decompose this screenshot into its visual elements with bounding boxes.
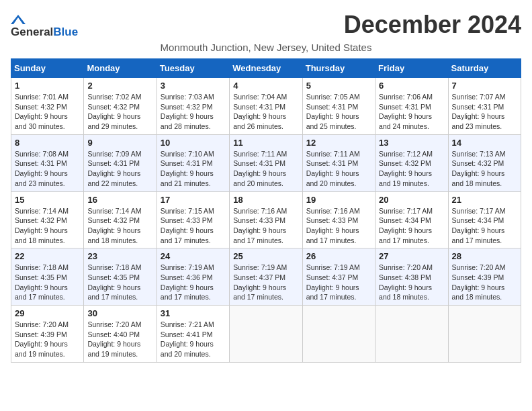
day-number: 1 (15, 81, 80, 91)
calendar-day-cell: 6 Sunrise: 7:06 AMSunset: 4:31 PMDayligh… (375, 78, 448, 135)
day-number: 22 (15, 251, 80, 261)
calendar-day-cell: 18 Sunrise: 7:16 AMSunset: 4:33 PMDaylig… (230, 191, 302, 248)
calendar-day-cell: 11 Sunrise: 7:11 AMSunset: 4:31 PMDaylig… (230, 134, 302, 191)
calendar-day-cell: 5 Sunrise: 7:05 AMSunset: 4:31 PMDayligh… (302, 78, 375, 135)
day-number: 2 (87, 81, 152, 91)
calendar-day-cell: 17 Sunrise: 7:15 AMSunset: 4:33 PMDaylig… (157, 191, 229, 248)
day-number: 11 (233, 138, 298, 148)
calendar-weekday-header: Thursday (302, 59, 375, 78)
day-detail: Sunrise: 7:15 AMSunset: 4:33 PMDaylight:… (161, 207, 214, 244)
logo-icon (11, 13, 26, 26)
calendar-weekday-header: Friday (375, 59, 448, 78)
day-number: 18 (233, 195, 298, 205)
calendar-day-cell: 7 Sunrise: 7:07 AMSunset: 4:31 PMDayligh… (448, 78, 521, 135)
day-number: 27 (379, 251, 444, 261)
day-number: 21 (452, 195, 517, 205)
calendar-header-row: SundayMondayTuesdayWednesdayThursdayFrid… (11, 59, 521, 78)
day-number: 28 (452, 251, 517, 261)
day-detail: Sunrise: 7:08 AMSunset: 4:31 PMDaylight:… (15, 150, 69, 187)
calendar-day-cell: 24 Sunrise: 7:19 AMSunset: 4:36 PMDaylig… (157, 248, 229, 306)
subtitle: Monmouth Junction, New Jersey, United St… (11, 42, 521, 53)
calendar-day-cell: 26 Sunrise: 7:19 AMSunset: 4:37 PMDaylig… (302, 248, 375, 306)
calendar-day-cell: 8 Sunrise: 7:08 AMSunset: 4:31 PMDayligh… (11, 134, 84, 191)
day-detail: Sunrise: 7:03 AMSunset: 4:32 PMDaylight:… (161, 93, 214, 130)
day-number: 10 (161, 138, 226, 148)
day-number: 29 (15, 308, 80, 318)
day-detail: Sunrise: 7:17 AMSunset: 4:34 PMDaylight:… (452, 207, 506, 244)
day-detail: Sunrise: 7:18 AMSunset: 4:35 PMDaylight:… (15, 263, 69, 301)
calendar-day-cell: 19 Sunrise: 7:16 AMSunset: 4:33 PMDaylig… (302, 191, 375, 248)
calendar-day-cell: 21 Sunrise: 7:17 AMSunset: 4:34 PMDaylig… (448, 191, 521, 248)
day-detail: Sunrise: 7:05 AMSunset: 4:31 PMDaylight:… (306, 93, 360, 130)
calendar-day-cell: 28 Sunrise: 7:20 AMSunset: 4:39 PMDaylig… (448, 248, 521, 306)
day-detail: Sunrise: 7:20 AMSunset: 4:39 PMDaylight:… (452, 263, 506, 301)
day-detail: Sunrise: 7:14 AMSunset: 4:32 PMDaylight:… (15, 207, 69, 244)
calendar-day-cell: 16 Sunrise: 7:14 AMSunset: 4:32 PMDaylig… (84, 191, 157, 248)
day-detail: Sunrise: 7:18 AMSunset: 4:35 PMDaylight:… (87, 263, 141, 301)
day-number: 3 (161, 81, 226, 91)
day-number: 16 (87, 195, 152, 205)
logo-general: General (11, 26, 53, 39)
day-number: 7 (452, 81, 517, 91)
calendar-day-cell: 9 Sunrise: 7:09 AMSunset: 4:31 PMDayligh… (84, 134, 157, 191)
day-number: 8 (15, 138, 80, 148)
day-number: 13 (379, 138, 444, 148)
day-number: 19 (306, 195, 371, 205)
calendar-day-cell: 4 Sunrise: 7:04 AMSunset: 4:31 PMDayligh… (230, 78, 302, 135)
calendar-day-cell: 14 Sunrise: 7:13 AMSunset: 4:32 PMDaylig… (448, 134, 521, 191)
day-detail: Sunrise: 7:19 AMSunset: 4:36 PMDaylight:… (161, 263, 214, 301)
calendar-day-cell: 10 Sunrise: 7:10 AMSunset: 4:31 PMDaylig… (157, 134, 229, 191)
day-number: 23 (87, 251, 152, 261)
day-number: 26 (306, 251, 371, 261)
calendar-day-cell: 15 Sunrise: 7:14 AMSunset: 4:32 PMDaylig… (11, 191, 84, 248)
day-detail: Sunrise: 7:16 AMSunset: 4:33 PMDaylight:… (233, 207, 287, 244)
day-detail: Sunrise: 7:13 AMSunset: 4:32 PMDaylight:… (452, 150, 506, 187)
day-detail: Sunrise: 7:16 AMSunset: 4:33 PMDaylight:… (306, 207, 360, 244)
day-number: 17 (161, 195, 226, 205)
calendar-day-cell (302, 306, 375, 363)
day-detail: Sunrise: 7:01 AMSunset: 4:32 PMDaylight:… (15, 93, 69, 130)
calendar-day-cell: 29 Sunrise: 7:20 AMSunset: 4:39 PMDaylig… (11, 306, 84, 363)
calendar-day-cell (448, 306, 521, 363)
calendar-day-cell: 31 Sunrise: 7:21 AMSunset: 4:41 PMDaylig… (157, 306, 229, 363)
day-detail: Sunrise: 7:12 AMSunset: 4:32 PMDaylight:… (379, 150, 433, 187)
calendar-week-row: 15 Sunrise: 7:14 AMSunset: 4:32 PMDaylig… (11, 191, 521, 248)
day-number: 31 (161, 308, 226, 318)
calendar-weekday-header: Monday (84, 59, 157, 78)
day-number: 24 (161, 251, 226, 261)
calendar-day-cell: 3 Sunrise: 7:03 AMSunset: 4:32 PMDayligh… (157, 78, 229, 135)
day-number: 12 (306, 138, 371, 148)
calendar-day-cell (230, 306, 302, 363)
day-number: 15 (15, 195, 80, 205)
calendar-day-cell: 12 Sunrise: 7:11 AMSunset: 4:31 PMDaylig… (302, 134, 375, 191)
day-detail: Sunrise: 7:21 AMSunset: 4:41 PMDaylight:… (161, 320, 214, 358)
day-detail: Sunrise: 7:20 AMSunset: 4:40 PMDaylight:… (87, 320, 141, 358)
day-number: 25 (233, 251, 298, 261)
calendar-day-cell: 23 Sunrise: 7:18 AMSunset: 4:35 PMDaylig… (84, 248, 157, 306)
calendar-body: 1 Sunrise: 7:01 AMSunset: 4:32 PMDayligh… (11, 78, 521, 363)
day-detail: Sunrise: 7:04 AMSunset: 4:31 PMDaylight:… (233, 93, 287, 130)
day-detail: Sunrise: 7:02 AMSunset: 4:32 PMDaylight:… (87, 93, 141, 130)
calendar-day-cell (375, 306, 448, 363)
day-number: 20 (379, 195, 444, 205)
day-number: 30 (87, 308, 152, 318)
calendar-day-cell: 22 Sunrise: 7:18 AMSunset: 4:35 PMDaylig… (11, 248, 84, 306)
calendar-day-cell: 2 Sunrise: 7:02 AMSunset: 4:32 PMDayligh… (84, 78, 157, 135)
calendar-day-cell: 27 Sunrise: 7:20 AMSunset: 4:38 PMDaylig… (375, 248, 448, 306)
calendar-weekday-header: Wednesday (230, 59, 302, 78)
day-detail: Sunrise: 7:09 AMSunset: 4:31 PMDaylight:… (87, 150, 141, 187)
day-number: 9 (87, 138, 152, 148)
day-detail: Sunrise: 7:06 AMSunset: 4:31 PMDaylight:… (379, 93, 433, 130)
calendar-weekday-header: Tuesday (157, 59, 229, 78)
day-number: 14 (452, 138, 517, 148)
day-detail: Sunrise: 7:20 AMSunset: 4:38 PMDaylight:… (379, 263, 433, 301)
calendar-day-cell: 20 Sunrise: 7:17 AMSunset: 4:34 PMDaylig… (375, 191, 448, 248)
day-detail: Sunrise: 7:19 AMSunset: 4:37 PMDaylight:… (306, 263, 360, 301)
day-detail: Sunrise: 7:11 AMSunset: 4:31 PMDaylight:… (306, 150, 360, 187)
day-detail: Sunrise: 7:20 AMSunset: 4:39 PMDaylight:… (15, 320, 69, 358)
calendar-weekday-header: Sunday (11, 59, 84, 78)
day-detail: Sunrise: 7:10 AMSunset: 4:31 PMDaylight:… (161, 150, 214, 187)
logo: General Blue (11, 13, 78, 39)
calendar-table: SundayMondayTuesdayWednesdayThursdayFrid… (11, 58, 521, 363)
calendar-week-row: 1 Sunrise: 7:01 AMSunset: 4:32 PMDayligh… (11, 78, 521, 135)
